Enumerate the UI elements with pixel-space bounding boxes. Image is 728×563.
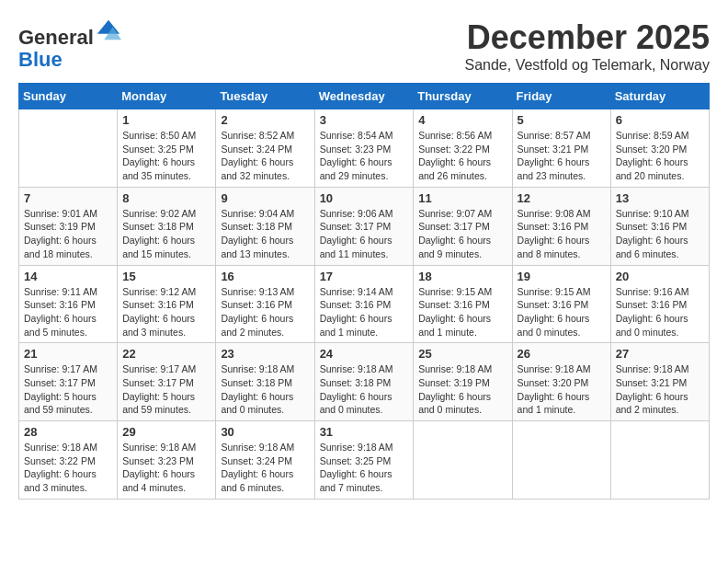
- calendar-week-row: 28Sunrise: 9:18 AM Sunset: 3:22 PM Dayli…: [19, 421, 710, 500]
- day-number: 28: [24, 425, 112, 439]
- calendar-cell: 12Sunrise: 9:08 AM Sunset: 3:16 PM Dayli…: [512, 187, 610, 265]
- calendar-cell: 6Sunrise: 8:59 AM Sunset: 3:20 PM Daylig…: [610, 109, 709, 188]
- day-info: Sunrise: 9:10 AM Sunset: 3:16 PM Dayligh…: [616, 207, 704, 261]
- day-number: 8: [122, 191, 210, 205]
- day-info: Sunrise: 9:18 AM Sunset: 3:21 PM Dayligh…: [616, 362, 704, 417]
- logo: General Blue: [18, 18, 121, 71]
- calendar-cell: 2Sunrise: 8:52 AM Sunset: 3:24 PM Daylig…: [216, 109, 314, 188]
- calendar-cell: [512, 421, 610, 500]
- calendar-week-row: 1Sunrise: 8:50 AM Sunset: 3:25 PM Daylig…: [19, 109, 710, 188]
- day-number: 29: [122, 425, 210, 439]
- day-number: 31: [320, 425, 409, 439]
- day-info: Sunrise: 8:52 AM Sunset: 3:24 PM Dayligh…: [221, 129, 309, 183]
- logo-blue: Blue: [18, 48, 63, 71]
- calendar-cell: 31Sunrise: 9:18 AM Sunset: 3:25 PM Dayli…: [314, 421, 414, 500]
- day-info: Sunrise: 9:15 AM Sunset: 3:16 PM Dayligh…: [518, 285, 606, 339]
- calendar-cell: 3Sunrise: 8:54 AM Sunset: 3:23 PM Daylig…: [314, 109, 414, 188]
- day-info: Sunrise: 8:59 AM Sunset: 3:20 PM Dayligh…: [616, 129, 704, 183]
- day-info: Sunrise: 9:18 AM Sunset: 3:24 PM Dayligh…: [221, 441, 309, 495]
- day-info: Sunrise: 8:50 AM Sunset: 3:25 PM Dayligh…: [122, 129, 210, 183]
- day-info: Sunrise: 9:13 AM Sunset: 3:16 PM Dayligh…: [221, 285, 309, 339]
- page-header: General Blue December 2025 Sande, Vestfo…: [18, 18, 710, 74]
- calendar-cell: 20Sunrise: 9:16 AM Sunset: 3:16 PM Dayli…: [610, 265, 709, 343]
- day-number: 16: [221, 270, 309, 283]
- calendar-cell: 4Sunrise: 8:56 AM Sunset: 3:22 PM Daylig…: [414, 109, 512, 188]
- day-info: Sunrise: 9:08 AM Sunset: 3:16 PM Dayligh…: [518, 207, 606, 261]
- calendar-cell: 14Sunrise: 9:11 AM Sunset: 3:16 PM Dayli…: [19, 265, 118, 343]
- day-number: 26: [518, 347, 606, 361]
- day-number: 2: [221, 113, 309, 127]
- day-number: 12: [518, 191, 606, 205]
- calendar-cell: 24Sunrise: 9:18 AM Sunset: 3:18 PM Dayli…: [314, 343, 414, 421]
- calendar-cell: 17Sunrise: 9:14 AM Sunset: 3:16 PM Dayli…: [314, 265, 414, 343]
- day-number: 20: [616, 270, 704, 283]
- svg-marker-0: [97, 20, 119, 34]
- day-number: 7: [24, 191, 112, 205]
- day-number: 25: [418, 347, 506, 361]
- day-header-monday: Monday: [118, 84, 216, 109]
- calendar-cell: [610, 421, 709, 500]
- calendar-header-row: SundayMondayTuesdayWednesdayThursdayFrid…: [19, 84, 710, 109]
- day-info: Sunrise: 9:18 AM Sunset: 3:23 PM Dayligh…: [122, 441, 210, 495]
- day-info: Sunrise: 9:18 AM Sunset: 3:18 PM Dayligh…: [320, 362, 409, 417]
- month-title: December 2025: [464, 18, 710, 57]
- day-info: Sunrise: 9:17 AM Sunset: 3:17 PM Dayligh…: [122, 362, 210, 417]
- day-number: 27: [616, 347, 704, 361]
- calendar-cell: 28Sunrise: 9:18 AM Sunset: 3:22 PM Dayli…: [19, 421, 118, 500]
- calendar-cell: 11Sunrise: 9:07 AM Sunset: 3:17 PM Dayli…: [414, 187, 512, 265]
- day-info: Sunrise: 8:56 AM Sunset: 3:22 PM Dayligh…: [418, 129, 506, 183]
- day-info: Sunrise: 9:02 AM Sunset: 3:18 PM Dayligh…: [122, 207, 210, 261]
- calendar-cell: 22Sunrise: 9:17 AM Sunset: 3:17 PM Dayli…: [118, 343, 216, 421]
- logo-general: General: [18, 26, 94, 49]
- logo-icon: [96, 18, 121, 44]
- calendar-cell: 15Sunrise: 9:12 AM Sunset: 3:16 PM Dayli…: [118, 265, 216, 343]
- day-number: 21: [24, 347, 112, 361]
- calendar-cell: 13Sunrise: 9:10 AM Sunset: 3:16 PM Dayli…: [610, 187, 709, 265]
- calendar-cell: 26Sunrise: 9:18 AM Sunset: 3:20 PM Dayli…: [512, 343, 610, 421]
- calendar-table: SundayMondayTuesdayWednesdayThursdayFrid…: [18, 83, 710, 500]
- day-info: Sunrise: 9:18 AM Sunset: 3:19 PM Dayligh…: [418, 362, 506, 417]
- calendar-cell: 9Sunrise: 9:04 AM Sunset: 3:18 PM Daylig…: [216, 187, 314, 265]
- calendar-cell: 8Sunrise: 9:02 AM Sunset: 3:18 PM Daylig…: [118, 187, 216, 265]
- day-info: Sunrise: 9:15 AM Sunset: 3:16 PM Dayligh…: [418, 285, 506, 339]
- day-info: Sunrise: 9:04 AM Sunset: 3:18 PM Dayligh…: [221, 207, 309, 261]
- day-number: 13: [616, 191, 704, 205]
- calendar-cell: 29Sunrise: 9:18 AM Sunset: 3:23 PM Dayli…: [118, 421, 216, 500]
- day-header-sunday: Sunday: [19, 84, 118, 109]
- day-number: 1: [122, 113, 210, 127]
- calendar-cell: 10Sunrise: 9:06 AM Sunset: 3:17 PM Dayli…: [314, 187, 414, 265]
- day-number: 4: [418, 113, 506, 127]
- day-info: Sunrise: 9:18 AM Sunset: 3:22 PM Dayligh…: [24, 441, 112, 495]
- day-number: 30: [221, 425, 309, 439]
- calendar-week-row: 7Sunrise: 9:01 AM Sunset: 3:19 PM Daylig…: [19, 187, 710, 265]
- calendar-cell: 5Sunrise: 8:57 AM Sunset: 3:21 PM Daylig…: [512, 109, 610, 188]
- day-info: Sunrise: 9:06 AM Sunset: 3:17 PM Dayligh…: [320, 207, 409, 261]
- day-number: 11: [418, 191, 506, 205]
- calendar-cell: 25Sunrise: 9:18 AM Sunset: 3:19 PM Dayli…: [414, 343, 512, 421]
- day-info: Sunrise: 9:17 AM Sunset: 3:17 PM Dayligh…: [24, 362, 112, 417]
- day-header-thursday: Thursday: [414, 84, 512, 109]
- day-info: Sunrise: 9:07 AM Sunset: 3:17 PM Dayligh…: [418, 207, 506, 261]
- calendar-cell: 1Sunrise: 8:50 AM Sunset: 3:25 PM Daylig…: [118, 109, 216, 188]
- day-info: Sunrise: 9:18 AM Sunset: 3:20 PM Dayligh…: [518, 362, 606, 417]
- day-number: 23: [221, 347, 309, 361]
- day-info: Sunrise: 8:54 AM Sunset: 3:23 PM Dayligh…: [320, 129, 409, 183]
- day-info: Sunrise: 9:01 AM Sunset: 3:19 PM Dayligh…: [24, 207, 112, 261]
- calendar-cell: 7Sunrise: 9:01 AM Sunset: 3:19 PM Daylig…: [19, 187, 118, 265]
- calendar-cell: 27Sunrise: 9:18 AM Sunset: 3:21 PM Dayli…: [610, 343, 709, 421]
- location: Sande, Vestfold og Telemark, Norway: [464, 57, 710, 74]
- day-header-friday: Friday: [512, 84, 610, 109]
- day-number: 5: [518, 113, 606, 127]
- day-info: Sunrise: 9:12 AM Sunset: 3:16 PM Dayligh…: [122, 285, 210, 339]
- day-number: 18: [418, 270, 506, 283]
- calendar-cell: 16Sunrise: 9:13 AM Sunset: 3:16 PM Dayli…: [216, 265, 314, 343]
- day-number: 3: [320, 113, 409, 127]
- calendar-cell: 30Sunrise: 9:18 AM Sunset: 3:24 PM Dayli…: [216, 421, 314, 500]
- calendar-week-row: 14Sunrise: 9:11 AM Sunset: 3:16 PM Dayli…: [19, 265, 710, 343]
- day-number: 15: [122, 270, 210, 283]
- calendar-cell: [414, 421, 512, 500]
- day-info: Sunrise: 9:18 AM Sunset: 3:25 PM Dayligh…: [320, 441, 409, 495]
- calendar-cell: [19, 109, 118, 188]
- calendar-cell: 23Sunrise: 9:18 AM Sunset: 3:18 PM Dayli…: [216, 343, 314, 421]
- calendar-cell: 21Sunrise: 9:17 AM Sunset: 3:17 PM Dayli…: [19, 343, 118, 421]
